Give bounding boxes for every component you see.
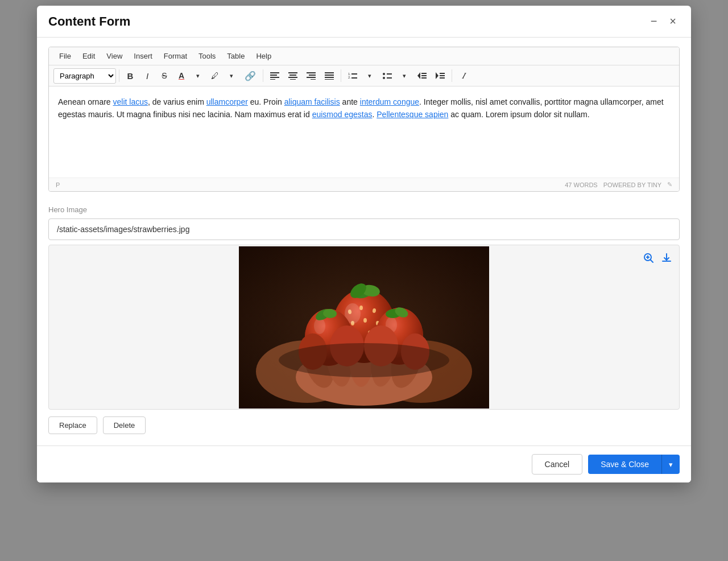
toolbar-divider-2 (263, 69, 263, 82)
editor-content-area[interactable]: Aenean ornare velit lacus, de varius eni… (49, 86, 679, 178)
hero-image-input[interactable] (48, 218, 680, 240)
toolbar-divider-3 (341, 69, 341, 82)
unordered-list-group: ▾ (379, 68, 412, 84)
modal-header-actions: − × (647, 14, 680, 29)
menu-edit[interactable]: Edit (77, 47, 101, 65)
strawberry-image (239, 246, 489, 409)
font-color-dropdown[interactable]: ▾ (190, 68, 206, 84)
hero-image-section: Hero Image (48, 205, 680, 434)
editor-menubar: File Edit View Insert Format Tools Table… (49, 47, 679, 65)
indent-increase-button[interactable] (432, 68, 449, 84)
svg-marker-28 (436, 72, 439, 79)
modal-overlay: Content Form − × File Edit View Insert F… (0, 0, 728, 561)
highlight-dropdown[interactable]: ▾ (224, 68, 239, 84)
ordered-list-button[interactable]: 1.2. (344, 68, 361, 84)
clear-format-button[interactable]: 𝐼 (455, 68, 471, 84)
modal-title: Content Form (48, 14, 130, 29)
image-preview-actions (642, 251, 673, 267)
unordered-list-dropdown[interactable]: ▾ (396, 68, 412, 84)
editor-paragraph: Aenean ornare velit lacus, de varius eni… (58, 96, 670, 121)
unordered-list-button[interactable] (379, 68, 396, 84)
content-form-modal: Content Form − × File Edit View Insert F… (37, 6, 691, 482)
cancel-button[interactable]: Cancel (532, 454, 583, 475)
save-button-group: Save & Close ▾ (588, 455, 680, 474)
save-close-button[interactable]: Save & Close (588, 455, 662, 474)
italic-button[interactable]: I (139, 68, 155, 84)
menu-help[interactable]: Help (250, 47, 277, 65)
menu-insert[interactable]: Insert (128, 47, 158, 65)
svg-text:2.: 2. (348, 76, 351, 79)
menu-tools[interactable]: Tools (193, 47, 221, 65)
paragraph-tag-label: P (56, 182, 60, 188)
minimize-button[interactable]: − (647, 14, 661, 29)
link-velit-lacus[interactable]: velit lacus (113, 97, 148, 106)
svg-point-47 (359, 306, 363, 310)
hero-image-label: Hero Image (48, 205, 680, 214)
svg-line-33 (651, 260, 653, 263)
edit-icon[interactable]: ✎ (667, 181, 672, 188)
font-color-group: A ▾ (173, 68, 206, 84)
editor-toolbar: Paragraph Heading 1 Heading 2 B I S A ▾ (49, 65, 679, 86)
modal-footer: Cancel Save & Close ▾ (37, 446, 691, 482)
strikethrough-button[interactable]: S (156, 68, 172, 84)
link-euismod-egestas[interactable]: euismod egestas (312, 110, 373, 119)
rich-text-editor: File Edit View Insert Format Tools Table… (48, 47, 680, 192)
close-button[interactable]: × (666, 14, 680, 29)
link-pellentesque-sapien[interactable]: Pellentesque sapien (377, 110, 448, 119)
link-interdum-congue[interactable]: interdum congue (360, 97, 419, 106)
menu-table[interactable]: Table (221, 47, 250, 65)
paragraph-format-select[interactable]: Paragraph Heading 1 Heading 2 (53, 68, 116, 84)
svg-point-50 (363, 318, 367, 323)
image-preview-container (48, 245, 680, 410)
delete-button[interactable]: Delete (103, 416, 146, 434)
link-ullamcorper[interactable]: ullamcorper (206, 97, 248, 106)
font-color-button[interactable]: A (173, 68, 189, 84)
powered-by-label: POWERED BY TINY (603, 182, 661, 188)
ordered-list-group: 1.2. ▾ (344, 68, 378, 84)
editor-footer: P 47 WORDS POWERED BY TINY ✎ (49, 178, 679, 191)
highlight-group: 🖊 ▾ (207, 68, 239, 84)
download-preview-button[interactable] (660, 251, 673, 267)
bold-button[interactable]: B (122, 68, 138, 84)
svg-marker-24 (417, 72, 420, 79)
word-count-label: 47 WORDS (565, 182, 597, 188)
svg-point-20 (383, 73, 385, 75)
image-buttons: Replace Delete (48, 416, 680, 434)
toolbar-divider-4 (452, 69, 452, 82)
toolbar-divider-1 (119, 69, 119, 82)
align-left-button[interactable] (266, 68, 283, 84)
svg-point-22 (383, 77, 385, 79)
highlight-button[interactable]: 🖊 (207, 68, 223, 84)
align-center-button[interactable] (284, 68, 301, 84)
svg-point-72 (279, 343, 449, 377)
indent-decrease-button[interactable] (413, 68, 431, 84)
align-justify-button[interactable] (321, 68, 338, 84)
modal-body: File Edit View Insert Format Tools Table… (37, 38, 691, 446)
menu-format[interactable]: Format (158, 47, 193, 65)
menu-view[interactable]: View (101, 47, 128, 65)
ordered-list-dropdown[interactable]: ▾ (362, 68, 378, 84)
align-right-button[interactable] (303, 68, 320, 84)
save-dropdown-button[interactable]: ▾ (662, 455, 680, 474)
replace-button[interactable]: Replace (48, 416, 97, 434)
zoom-preview-button[interactable] (642, 251, 655, 267)
modal-header: Content Form − × (37, 6, 691, 38)
link-button[interactable]: 🔗 (241, 68, 260, 84)
link-aliquam-facilisis[interactable]: aliquam facilisis (284, 97, 340, 106)
menu-file[interactable]: File (53, 47, 77, 65)
svg-point-60 (314, 318, 325, 334)
